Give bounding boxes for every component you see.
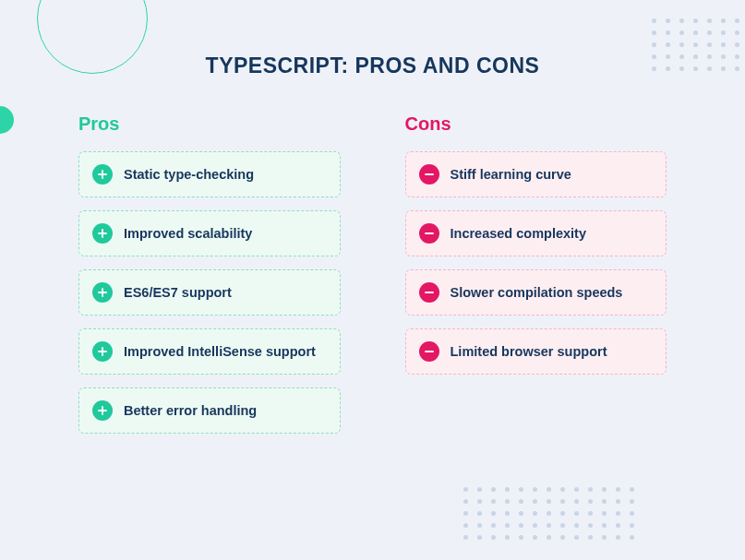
pros-item: Improved scalability	[78, 210, 341, 256]
cons-column: Cons Stiff learning curve Increased comp…	[405, 113, 667, 447]
cons-item-label: Stiff learning curve	[451, 166, 654, 184]
cons-item: Stiff learning curve	[405, 151, 667, 197]
dot-grid-top	[652, 18, 739, 71]
plus-icon	[92, 282, 113, 303]
pros-item: Better error handling	[78, 387, 341, 434]
cons-item-label: Limited browser support	[451, 343, 654, 361]
pros-item-label: Improved IntelliSense support	[124, 343, 327, 361]
cons-item: Increased complexity	[405, 210, 667, 256]
minus-icon	[419, 282, 439, 303]
pros-column: Pros Static type-checking Improved scala…	[78, 113, 341, 447]
dot-grid-bottom	[463, 487, 634, 540]
plus-icon	[92, 223, 113, 244]
pros-heading: Pros	[78, 113, 341, 135]
cons-heading: Cons	[405, 113, 667, 135]
pros-item-label: ES6/ES7 support	[124, 284, 327, 302]
minus-icon	[419, 341, 439, 362]
minus-icon	[419, 164, 439, 185]
plus-icon	[92, 164, 113, 185]
cons-item: Slower compilation speeds	[405, 269, 667, 316]
cons-item-label: Increased complexity	[451, 225, 654, 243]
plus-icon	[92, 400, 113, 421]
pros-item: Static type-checking	[78, 151, 341, 197]
pros-item: ES6/ES7 support	[78, 269, 341, 316]
columns: Pros Static type-checking Improved scala…	[0, 78, 745, 447]
pros-item-label: Improved scalability	[124, 225, 327, 243]
pros-item-label: Static type-checking	[124, 166, 327, 184]
pros-item-label: Better error handling	[124, 402, 327, 420]
plus-icon	[92, 341, 113, 362]
cons-item: Limited browser support	[405, 328, 667, 375]
minus-icon	[419, 223, 439, 244]
pros-item: Improved IntelliSense support	[78, 328, 341, 375]
cons-item-label: Slower compilation speeds	[451, 284, 654, 302]
